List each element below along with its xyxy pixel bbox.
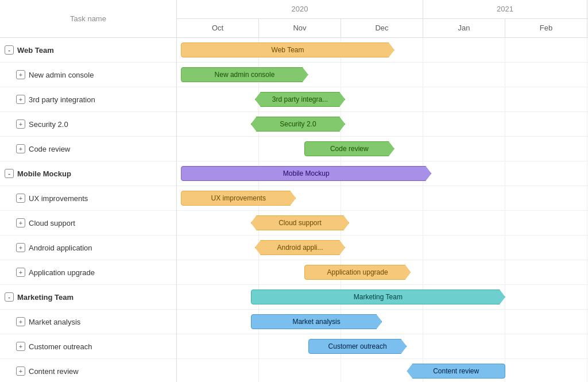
task-label-security-2: Security 2.0 [29, 120, 68, 129]
task-row-customer-outreach: +Customer outreach [0, 334, 176, 359]
chart-row-android-application: Android appli... [177, 236, 588, 260]
bar-cloud-support[interactable]: Cloud support [251, 215, 350, 230]
task-row-content-review: +Content review [0, 359, 176, 382]
chart-header: 20202021 OctNovDecJanFeb [177, 0, 588, 38]
task-row-code-review: +Code review [0, 137, 176, 161]
year-row: 20202021 [177, 0, 588, 19]
chart-row-code-review: Code review [177, 137, 588, 161]
expand-btn-security-2[interactable]: + [16, 119, 25, 129]
task-row-application-upgrade: +Application upgrade [0, 260, 176, 285]
task-label-web-team: Web Team [17, 46, 54, 55]
task-row-android-application: +Android application [0, 236, 176, 260]
task-row-security-2: +Security 2.0 [0, 112, 176, 137]
task-label-mobile-mockup: Mobile Mockup [17, 169, 71, 178]
gantt-chart: Task name -Web Team+New admin console+3r… [0, 0, 588, 382]
task-rows: -Web Team+New admin console+3rd party in… [0, 38, 176, 382]
chart-row-content-review: Content review [177, 359, 588, 382]
task-label-cloud-support: Cloud support [29, 219, 75, 227]
chart-row-new-admin-console: New admin console [177, 63, 588, 87]
chart-row-marketing-team: Marketing Team [177, 285, 588, 310]
month-cell-Oct: Oct [177, 19, 259, 38]
task-label-marketing-team: Marketing Team [17, 293, 74, 302]
task-row-marketing-team: -Marketing Team [0, 285, 176, 310]
bar-security-2[interactable]: Security 2.0 [251, 117, 345, 132]
bar-mobile-mockup[interactable]: Mobile Mockup [181, 166, 431, 181]
task-label-android-application: Android application [29, 244, 92, 252]
bar-application-upgrade[interactable]: Application upgrade [304, 265, 411, 280]
expand-btn-new-admin-console[interactable]: + [16, 70, 25, 79]
task-label-code-review: Code review [29, 145, 70, 153]
month-cell-Nov: Nov [259, 19, 341, 38]
year-cell-2020: 2020 [177, 0, 423, 18]
expand-btn-mobile-mockup[interactable]: - [5, 169, 14, 178]
task-row-3rd-party-integration: +3rd party integration [0, 87, 176, 112]
chart-row-market-analysis: Market analysis [177, 310, 588, 334]
expand-btn-web-team[interactable]: - [5, 45, 14, 55]
task-row-ux-improvements: +UX improvements [0, 186, 176, 211]
bar-web-team[interactable]: Web Team [181, 43, 394, 57]
task-label-market-analysis: Market analysis [29, 318, 80, 326]
bar-3rd-party-integration[interactable]: 3rd party integra... [255, 92, 345, 107]
task-label-ux-improvements: UX improvements [29, 194, 88, 203]
bar-android-application[interactable]: Android appli... [255, 240, 345, 255]
month-cell-Dec: Dec [341, 19, 423, 38]
chart-rows: Web TeamNew admin console3rd party integ… [177, 38, 588, 382]
task-label-customer-outreach: Customer outreach [29, 342, 92, 351]
bar-code-review[interactable]: Code review [304, 141, 394, 156]
task-row-web-team: -Web Team [0, 38, 176, 63]
task-label-content-review: Content review [29, 367, 79, 376]
task-row-market-analysis: +Market analysis [0, 310, 176, 334]
chart-area: 20202021 OctNovDecJanFeb Web TeamNew adm… [177, 0, 588, 382]
chart-row-mobile-mockup: Mobile Mockup [177, 161, 588, 186]
year-cell-2021: 2021 [423, 0, 587, 18]
chart-row-application-upgrade: Application upgrade [177, 260, 588, 285]
task-label-application-upgrade: Application upgrade [29, 268, 95, 277]
month-cell-Feb: Feb [505, 19, 587, 38]
bar-ux-improvements[interactable]: UX improvements [181, 191, 296, 206]
expand-btn-market-analysis[interactable]: + [16, 317, 25, 326]
task-label-3rd-party-integration: 3rd party integration [29, 95, 95, 104]
chart-row-web-team: Web Team [177, 38, 588, 63]
bar-marketing-team[interactable]: Marketing Team [251, 290, 505, 304]
bar-customer-outreach[interactable]: Customer outreach [308, 339, 407, 354]
bar-new-admin-console[interactable]: New admin console [181, 67, 308, 82]
chart-row-security-2: Security 2.0 [177, 112, 588, 137]
expand-btn-android-application[interactable]: + [16, 243, 25, 252]
task-row-new-admin-console: +New admin console [0, 63, 176, 87]
task-header: Task name [0, 0, 176, 38]
expand-btn-ux-improvements[interactable]: + [16, 194, 25, 203]
task-row-cloud-support: +Cloud support [0, 211, 176, 236]
month-row: OctNovDecJanFeb [177, 19, 588, 38]
task-label-new-admin-console: New admin console [29, 71, 94, 79]
expand-btn-customer-outreach[interactable]: + [16, 342, 25, 351]
bar-content-review[interactable]: Content review [407, 364, 505, 379]
chart-row-ux-improvements: UX improvements [177, 186, 588, 211]
task-row-mobile-mockup: -Mobile Mockup [0, 161, 176, 186]
month-cell-Jan: Jan [423, 19, 505, 38]
expand-btn-code-review[interactable]: + [16, 144, 25, 153]
expand-btn-application-upgrade[interactable]: + [16, 268, 25, 277]
expand-btn-cloud-support[interactable]: + [16, 218, 25, 227]
bar-market-analysis[interactable]: Market analysis [251, 314, 382, 329]
task-list: Task name -Web Team+New admin console+3r… [0, 0, 177, 382]
chart-row-cloud-support: Cloud support [177, 211, 588, 236]
expand-btn-content-review[interactable]: + [16, 366, 25, 376]
expand-btn-3rd-party-integration[interactable]: + [16, 95, 25, 104]
chart-row-customer-outreach: Customer outreach [177, 334, 588, 359]
chart-row-3rd-party-integration: 3rd party integra... [177, 87, 588, 112]
task-name-label: Task name [70, 14, 106, 23]
expand-btn-marketing-team[interactable]: - [5, 292, 14, 302]
